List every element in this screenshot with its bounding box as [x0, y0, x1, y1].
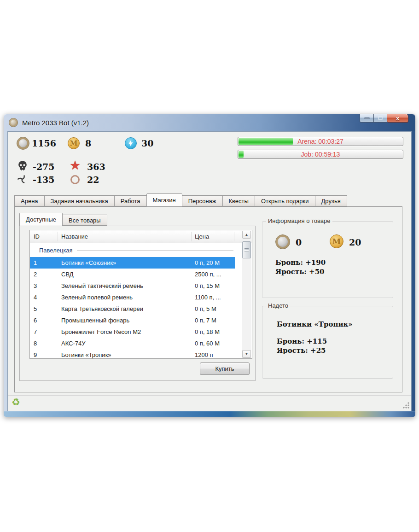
table-row[interactable]: 5Карта Третьяковской галереи0 п, 5 М — [30, 303, 235, 315]
window-bottom-border — [4, 411, 415, 417]
ruble-coin-icon — [17, 137, 29, 150]
tab-arena[interactable]: Арена — [14, 195, 44, 206]
app-coin-icon — [9, 118, 18, 127]
tab-work[interactable]: Работа — [114, 195, 146, 206]
arena-timer-bar: Arena: 00:03:27 — [238, 137, 403, 146]
ruble-coin-icon — [275, 234, 290, 249]
item-info-title: Информация о товаре — [266, 217, 332, 224]
client-area: 1156 M 8 30 -275 ★ 363 - — [7, 131, 412, 411]
tab-boss-tasks[interactable]: Задания начальника — [44, 195, 114, 206]
column-separator — [58, 232, 58, 241]
rage-star-icon: ★ — [70, 159, 81, 172]
item-price-gold: 20 — [349, 237, 361, 247]
col-price[interactable]: Цена — [195, 233, 209, 240]
table-row[interactable]: 3Зеленый тактический ремень0 п, 15 М — [30, 280, 235, 292]
shop-subtabstrip: Доступные Все товары — [19, 211, 107, 226]
gold-coin-icon: M — [330, 234, 343, 248]
app-window: Metro 2033 Bot (v1.2) x 1156 M 8 30 -275 — [4, 114, 415, 417]
tab-friends[interactable]: Друзья — [315, 195, 347, 206]
item-armor-bonus: Бронь: +190 — [275, 258, 326, 267]
ring-icon — [70, 175, 80, 184]
window-title: Metro 2033 Bot (v1.2) — [22, 119, 89, 127]
subtab-available[interactable]: Доступные — [19, 213, 63, 226]
table-row[interactable]: 2СВД2500 п, ... — [30, 269, 235, 280]
energy-icon — [125, 137, 137, 149]
close-icon: x — [396, 115, 399, 121]
titlebar[interactable]: Metro 2033 Bot (v1.2) — [4, 114, 415, 131]
gold-coin-icon: M — [68, 137, 80, 149]
tab-character[interactable]: Персонаж — [182, 195, 222, 206]
rage-value: 363 — [87, 162, 105, 172]
item-price-rubles: 0 — [296, 237, 302, 247]
maximize-button[interactable] — [374, 114, 387, 123]
scrollbar-thumb[interactable] — [242, 241, 251, 258]
ruble-balance: 1156 — [32, 138, 56, 148]
table-row[interactable]: 6Промышленный фонарь0 п, 7 М — [30, 315, 235, 326]
rings-value: 22 — [87, 175, 99, 185]
arena-timer-text: Arena: 00:03:27 — [238, 138, 403, 145]
table-row[interactable]: 7Бронежилет Force Recon M20 п, 18 М — [30, 326, 235, 338]
job-timer-bar: Job: 00:59:13 — [238, 150, 403, 159]
table-body: Павелецкая 1Ботинки «Союзник»0 п, 20 М 2… — [30, 243, 252, 358]
minimize-icon — [364, 117, 370, 119]
lightning-bolt-icon — [127, 140, 134, 147]
gold-balance: 8 — [85, 138, 91, 148]
table-header: ID Название Цена — [30, 230, 252, 243]
col-name[interactable]: Название — [61, 233, 88, 240]
desktop: Metro 2033 Bot (v1.2) x 1156 M 8 30 -275 — [0, 0, 419, 532]
equipped-rage-bonus: Ярость: +25 — [277, 346, 326, 355]
refresh-status-icon: ♻ — [12, 397, 20, 407]
group-divider — [77, 250, 233, 251]
shop-tab-page: Доступные Все товары ID Название Цена — [14, 206, 402, 392]
item-info-groupbox: Информация о товаре 0 M 20 Бронь: +190 Я… — [262, 221, 393, 298]
station-group-row: Павелецкая — [30, 243, 235, 257]
close-button[interactable]: x — [387, 114, 408, 123]
equipped-item-name: Ботинки «Тропик» — [277, 320, 353, 328]
energy-balance: 30 — [141, 138, 153, 148]
equipped-armor-bonus: Бронь: +115 — [277, 337, 327, 345]
subtab-all-items[interactable]: Все товары — [63, 215, 107, 226]
triskelion-icon — [17, 174, 27, 184]
radiation-value: -135 — [33, 175, 55, 185]
main-tabstrip: Арена Задания начальника Работа Магазин … — [14, 193, 347, 206]
scroll-up-button[interactable]: ▲ — [242, 231, 251, 239]
scroll-down-button[interactable]: ▼ — [242, 350, 251, 358]
table-row[interactable]: 9Ботинки «Тропик»1200 п — [30, 349, 235, 358]
column-separator — [191, 232, 192, 241]
equipped-groupbox: Надето Ботинки «Тропик» Бронь: +115 Ярос… — [262, 306, 393, 379]
equipped-title: Надето — [266, 302, 290, 309]
minimize-button[interactable] — [360, 114, 374, 123]
job-timer-text: Job: 00:59:13 — [238, 151, 403, 158]
tab-open-gifts[interactable]: Открыть подарки — [255, 195, 315, 206]
station-group-label: Павелецкая — [39, 247, 73, 254]
item-rage-bonus: Ярость: +50 — [275, 268, 325, 276]
tab-shop[interactable]: Магазин — [146, 193, 182, 207]
tab-quests[interactable]: Квесты — [222, 195, 255, 206]
statusbar-divider — [8, 395, 411, 396]
items-table: ID Название Цена Павелецкая 1Боти — [29, 230, 252, 359]
buy-button[interactable]: Купить — [200, 362, 250, 375]
col-id[interactable]: ID — [34, 233, 40, 240]
resize-grip[interactable] — [403, 402, 410, 409]
table-row[interactable]: 8АКС-74У0 п, 60 М — [30, 338, 235, 349]
window-controls: x — [360, 114, 408, 123]
kills-value: -275 — [33, 162, 55, 172]
maximize-icon — [378, 116, 383, 120]
table-row[interactable]: 4Зеленый полевой ремень1100 п, ... — [30, 292, 235, 303]
vertical-scrollbar[interactable]: ▲ ▼ — [242, 231, 251, 358]
column-separator — [234, 232, 234, 241]
table-row[interactable]: 1Ботинки «Союзник»0 п, 20 М — [30, 257, 235, 269]
skull-icon — [17, 160, 28, 171]
